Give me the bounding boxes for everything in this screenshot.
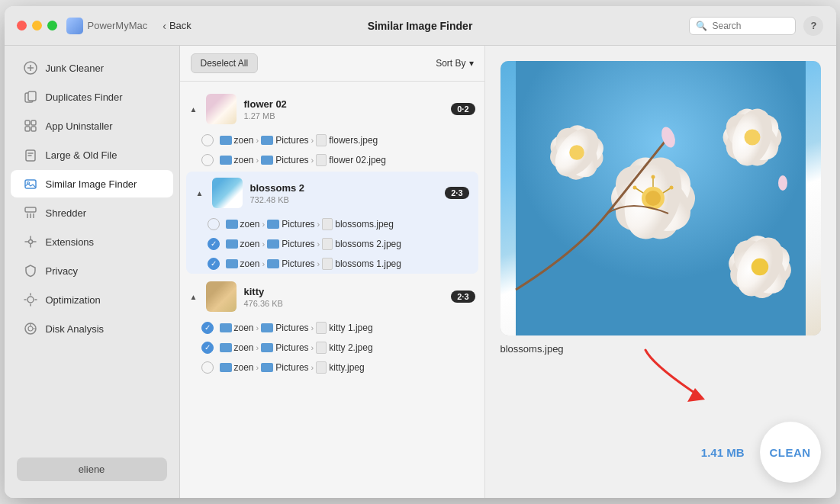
path-arrow-11: › <box>256 323 259 332</box>
preview-size: 1.41 MB <box>701 446 745 459</box>
path-zoen-2: zoen <box>234 155 254 165</box>
privacy-label: Privacy <box>46 265 79 277</box>
file-checkbox-flowers-jpeg[interactable] <box>201 134 214 146</box>
app-window: PowerMyMac ‹ Back Similar Image Finder 🔍… <box>5 6 836 498</box>
path-filename-4: blossoms 2.jpeg <box>335 239 401 249</box>
file-checkbox-kitty2-jpeg[interactable]: ✓ <box>201 342 214 354</box>
path-pictures-6: Pictures <box>275 323 308 333</box>
folder-icon <box>267 259 279 268</box>
sort-by-button[interactable]: Sort By ▾ <box>436 58 473 69</box>
app-name: PowerMyMac <box>88 20 148 31</box>
path-zoen-8: zoen <box>234 362 254 373</box>
path-arrow-14: › <box>311 343 314 352</box>
svg-rect-8 <box>25 180 36 188</box>
path-zoen-5: zoen <box>240 258 260 269</box>
path-filename-2: flower 02.jpeg <box>329 155 386 165</box>
path-pictures-5: Pictures <box>282 258 314 269</box>
path-arrow-13: › <box>256 343 259 352</box>
close-button[interactable] <box>17 21 27 30</box>
sidebar-item-optimization[interactable]: Optimization <box>11 286 173 313</box>
group-blossoms2-info: blossoms 2 732.48 KB <box>250 182 438 204</box>
folder-icon <box>220 343 232 352</box>
svg-rect-6 <box>31 127 36 131</box>
path-arrow-4: › <box>311 156 314 165</box>
sidebar-footer: eliene <box>5 448 179 490</box>
help-button[interactable]: ? <box>803 16 823 36</box>
group-blossoms2-header[interactable]: ▲ blossoms 2 732.48 KB 2·3 <box>186 172 478 214</box>
titlebar: PowerMyMac ‹ Back Similar Image Finder 🔍… <box>5 6 836 46</box>
sidebar-item-duplicates-finder[interactable]: Duplicates Finder <box>11 83 173 111</box>
svg-rect-2 <box>28 91 36 101</box>
path-arrow-2: › <box>311 136 314 145</box>
group-kitty-size: 476.36 KB <box>244 299 444 308</box>
path-zoen-4: zoen <box>240 239 260 249</box>
sidebar-item-shredder[interactable]: Shredder <box>11 199 173 226</box>
file-item-kitty1-jpeg: ✓ zoen › Pictures › kitty 1.jpeg <box>180 318 484 338</box>
sidebar-item-app-uninstaller[interactable]: App Uninstaller <box>11 112 173 140</box>
svg-point-47 <box>751 258 768 276</box>
folder-icon <box>261 363 273 372</box>
group-flower02: ▲ flower 02 1.27 MB 0·2 <box>180 88 484 170</box>
path-arrow-3: › <box>256 156 259 165</box>
file-icon <box>316 322 327 334</box>
svg-point-11 <box>28 240 32 244</box>
path-filename-8: kitty.jpeg <box>329 362 364 373</box>
deselect-all-button[interactable]: Deselect All <box>191 53 259 73</box>
file-checkbox-kitty-jpeg[interactable] <box>201 361 214 374</box>
svg-point-14 <box>28 326 33 331</box>
file-checkbox-blossoms-jpeg[interactable] <box>208 218 220 230</box>
sidebar-item-large-old-file[interactable]: Large & Old File <box>11 141 173 169</box>
sidebar-item-similar-image-finder[interactable]: Similar Image Finder <box>11 170 173 197</box>
group-flower02-chevron-icon: ▲ <box>189 105 198 114</box>
sort-chevron-icon: ▾ <box>469 58 474 69</box>
sidebar: Junk Cleaner Duplicates Finder <box>5 46 180 498</box>
folder-icon <box>220 156 232 165</box>
path-arrow-12: › <box>311 323 314 332</box>
file-checkbox-flower02-jpeg[interactable] <box>201 154 214 166</box>
file-list-scroll[interactable]: ▲ flower 02 1.27 MB 0·2 <box>180 82 484 498</box>
app-logo: PowerMyMac <box>66 18 148 34</box>
folder-icon <box>267 239 279 249</box>
checkmark-icon: ✓ <box>204 324 211 332</box>
junk-cleaner-label: Junk Cleaner <box>46 63 105 74</box>
traffic-lights <box>17 21 57 30</box>
extensions-icon <box>23 234 38 249</box>
sort-by-label: Sort By <box>436 58 465 69</box>
main-content: Junk Cleaner Duplicates Finder <box>5 46 836 498</box>
file-checkbox-kitty1-jpeg[interactable]: ✓ <box>201 322 214 334</box>
file-item-flower02-jpeg: zoen › Pictures › flower 02.jpeg <box>180 150 484 170</box>
file-checkbox-blossoms2-jpeg[interactable]: ✓ <box>208 238 220 250</box>
maximize-button[interactable] <box>47 21 57 30</box>
path-zoen-7: zoen <box>234 342 254 353</box>
sidebar-item-privacy[interactable]: Privacy <box>11 257 173 284</box>
file-item-flowers-jpeg: zoen › Pictures › flowers.jpeg <box>180 130 484 150</box>
preview-image-container <box>500 61 821 335</box>
svg-rect-10 <box>25 207 36 212</box>
disk-analysis-icon <box>23 321 38 336</box>
sidebar-item-disk-analysis[interactable]: Disk Analysis <box>11 315 173 342</box>
folder-icon <box>226 220 238 229</box>
window-title: Similar Image Finder <box>368 20 473 32</box>
search-input[interactable] <box>712 21 789 31</box>
group-flower02-info: flower 02 1.27 MB <box>244 98 444 120</box>
group-kitty-header[interactable]: ▲ kitty 476.36 KB 2·3 <box>180 275 484 318</box>
file-checkbox-blossoms1-jpeg[interactable]: ✓ <box>208 258 220 270</box>
group-blossoms2-thumbnail <box>212 178 243 208</box>
search-box[interactable]: 🔍 <box>689 17 796 35</box>
group-flower02-header[interactable]: ▲ flower 02 1.27 MB 0·2 <box>180 88 484 130</box>
minimize-button[interactable] <box>32 21 42 30</box>
file-path-blossoms2-jpeg: zoen › Pictures › blossoms 2.jpeg <box>226 238 401 250</box>
preview-image <box>500 61 821 335</box>
file-icon <box>316 154 327 166</box>
file-list-toolbar: Deselect All Sort By ▾ <box>180 46 484 82</box>
clean-button[interactable]: CLEAN <box>760 422 821 483</box>
svg-marker-50 <box>687 388 705 402</box>
sidebar-item-extensions[interactable]: Extensions <box>11 228 173 255</box>
back-button[interactable]: ‹ Back <box>163 20 191 32</box>
sidebar-item-junk-cleaner[interactable]: Junk Cleaner <box>11 54 173 82</box>
file-item-blossoms1-jpeg: ✓ zoen › Pictures › blossoms 1.jpeg <box>186 254 478 274</box>
path-pictures-2: Pictures <box>275 155 308 165</box>
svg-point-29 <box>632 186 636 190</box>
group-kitty-thumbnail <box>206 281 237 312</box>
app-uninstaller-icon <box>23 118 38 133</box>
